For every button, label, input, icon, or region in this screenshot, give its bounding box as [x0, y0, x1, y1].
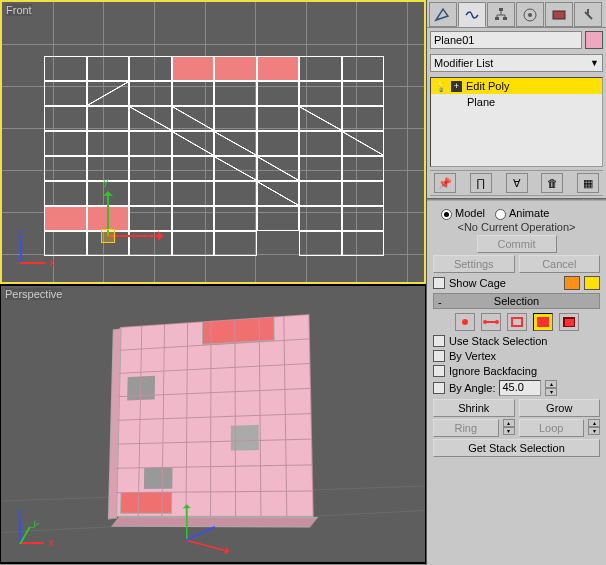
by-angle-value-input[interactable]: 45.0	[499, 380, 541, 396]
stack-item-label: Plane	[467, 96, 495, 108]
svg-rect-0	[499, 8, 503, 11]
use-stack-selection-checkbox[interactable]	[433, 335, 445, 347]
ignore-backfacing-checkbox[interactable]	[433, 365, 445, 377]
show-cage-checkbox[interactable]	[433, 277, 445, 289]
tab-create[interactable]	[429, 2, 457, 27]
svg-rect-5	[553, 11, 565, 19]
move-gizmo-persp[interactable]	[178, 493, 234, 549]
make-unique-button[interactable]: ∀	[506, 173, 528, 193]
mode-model-radio[interactable]: Model	[441, 207, 485, 220]
polygon-mode-button[interactable]	[533, 313, 553, 331]
current-operation-label: <No Current Operation>	[433, 221, 600, 233]
object-color-swatch[interactable]	[585, 31, 603, 49]
tab-modify[interactable]	[458, 2, 486, 27]
chevron-down-icon: ▼	[590, 58, 599, 68]
result-icon: ∏	[476, 177, 485, 189]
tab-display[interactable]	[545, 2, 573, 27]
viewport-front[interactable]: Front	[0, 0, 426, 284]
stack-item-label: Edit Poly	[466, 80, 509, 92]
edge-icon	[485, 321, 497, 323]
grow-button[interactable]: Grow	[519, 399, 601, 417]
selection-rollout-header[interactable]: - Selection	[433, 293, 600, 309]
get-stack-selection-button[interactable]: Get Stack Selection	[433, 439, 600, 457]
ring-spinner[interactable]: ▴▾	[503, 419, 515, 435]
polygon-icon	[537, 317, 549, 327]
border-mode-button[interactable]	[507, 313, 527, 331]
edge-mode-button[interactable]	[481, 313, 501, 331]
by-angle-checkbox[interactable]	[433, 382, 445, 394]
pin-icon: 📌	[438, 177, 452, 190]
vertex-mode-button[interactable]	[455, 313, 475, 331]
cage-color-swatch-1[interactable]	[564, 276, 580, 290]
command-panel: Modifier List ▼ 💡 + Edit Poly Plane 📌 ∏ …	[426, 0, 606, 565]
move-gizmo[interactable]: y	[97, 177, 167, 247]
tab-utilities[interactable]	[574, 2, 602, 27]
front-plane-mesh[interactable]	[44, 56, 384, 256]
viewport-perspective[interactable]: Perspective	[0, 284, 426, 564]
modifier-list-dropdown[interactable]: Modifier List ▼	[430, 54, 603, 72]
configure-icon: ▦	[583, 177, 593, 190]
pin-stack-button[interactable]: 📌	[434, 173, 456, 193]
cancel-button[interactable]: Cancel	[519, 255, 601, 273]
remove-modifier-button[interactable]: 🗑	[541, 173, 563, 193]
stack-item-plane[interactable]: Plane	[431, 94, 602, 110]
tab-hierarchy[interactable]	[487, 2, 515, 27]
element-icon	[563, 317, 575, 327]
svg-rect-1	[495, 17, 499, 20]
modifier-stack[interactable]: 💡 + Edit Poly Plane	[430, 77, 603, 167]
border-icon	[511, 317, 523, 327]
viewport-label-perspective: Perspective	[5, 288, 62, 300]
commit-button[interactable]: Commit	[477, 235, 557, 253]
unique-icon: ∀	[513, 177, 521, 190]
mode-animate-radio[interactable]: Animate	[495, 207, 549, 220]
trash-icon: 🗑	[547, 177, 558, 189]
loop-button[interactable]: Loop	[519, 419, 585, 437]
svg-point-4	[528, 13, 532, 17]
by-vertex-checkbox[interactable]	[433, 350, 445, 362]
svg-rect-2	[503, 17, 507, 20]
loop-spinner[interactable]: ▴▾	[588, 419, 600, 435]
modifier-list-label: Modifier List	[434, 57, 493, 69]
element-mode-button[interactable]	[559, 313, 579, 331]
by-angle-spinner[interactable]: ▴▾	[545, 380, 557, 396]
collapse-icon: -	[438, 295, 442, 309]
cage-color-swatch-2[interactable]	[584, 276, 600, 290]
axis-tripod-perspective	[9, 514, 49, 554]
show-cage-label: Show Cage	[449, 277, 506, 289]
settings-button[interactable]: Settings	[433, 255, 515, 273]
expand-icon[interactable]: +	[451, 81, 462, 92]
command-panel-tabs	[427, 0, 606, 28]
shrink-button[interactable]: Shrink	[433, 399, 515, 417]
axis-tripod-front	[10, 234, 50, 274]
ring-button[interactable]: Ring	[433, 419, 499, 437]
object-name-input[interactable]	[430, 31, 582, 49]
stack-item-edit-poly[interactable]: 💡 + Edit Poly	[431, 78, 602, 94]
panel-divider[interactable]	[427, 198, 606, 201]
tab-motion[interactable]	[516, 2, 544, 27]
configure-sets-button[interactable]: ▦	[577, 173, 599, 193]
lightbulb-icon: 💡	[435, 80, 447, 92]
subobject-level-icons	[433, 313, 600, 331]
stack-toolbar: 📌 ∏ ∀ 🗑 ▦	[430, 170, 603, 196]
vertex-icon	[462, 319, 468, 325]
show-end-result-button[interactable]: ∏	[470, 173, 492, 193]
